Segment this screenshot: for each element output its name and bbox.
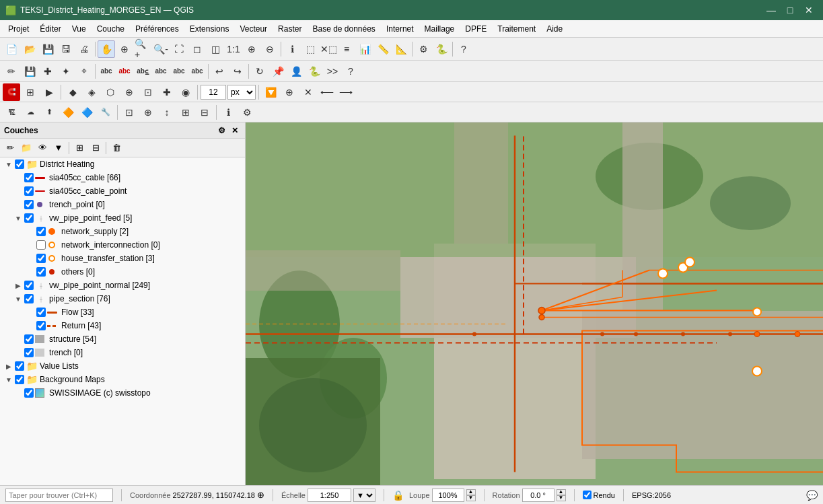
layer-flow[interactable]: ▶ Flow [33] xyxy=(0,305,245,319)
menu-raster[interactable]: Raster xyxy=(273,22,307,36)
new-project-button[interactable]: 📄 xyxy=(3,40,20,58)
pan-to-selection[interactable]: ⊕ xyxy=(116,40,133,58)
layer-trench[interactable]: ▶ trench [0] xyxy=(0,346,245,359)
plugin-settings[interactable]: ⚙ xyxy=(238,104,256,121)
extend-btn[interactable]: >> xyxy=(324,63,341,80)
filter-layers[interactable]: ▼ xyxy=(51,141,66,155)
epsg-value[interactable]: EPSG:2056 xyxy=(632,491,671,499)
check-house-transfer[interactable] xyxy=(36,254,46,263)
layers-panel-close[interactable]: ✕ xyxy=(229,124,241,137)
help-btn2[interactable]: ? xyxy=(342,63,359,80)
remove-layer[interactable]: 🗑 xyxy=(109,141,124,155)
snap-mode1[interactable]: ⊞ xyxy=(22,83,39,101)
plugin-btn9[interactable]: ↕ xyxy=(158,104,176,121)
redo-btn[interactable]: ↪ xyxy=(229,63,246,80)
check-trench-point[interactable] xyxy=(24,200,34,209)
check-sia405-cable-point[interactable] xyxy=(24,186,34,196)
layer-pipe-section[interactable]: ▼ ⟊ pipe_section [76] xyxy=(0,292,245,305)
check-vw-pipe-feed[interactable] xyxy=(24,213,34,223)
label-btn6[interactable]: abc xyxy=(188,63,206,80)
render-toggle[interactable]: Rendu xyxy=(583,491,615,499)
check-sia405-cable[interactable] xyxy=(24,173,34,182)
plugin-btn8[interactable]: ⊕ xyxy=(139,104,157,121)
menu-dpfe[interactable]: DPFE xyxy=(460,22,492,36)
lock-icon[interactable]: 🔒 xyxy=(392,490,404,501)
user-icon[interactable]: 👤 xyxy=(287,63,305,80)
render-checkbox[interactable] xyxy=(583,491,592,499)
menu-projet[interactable]: Projet xyxy=(3,22,34,36)
snap-advanced2[interactable]: ✕ xyxy=(299,83,317,101)
deselect-tool[interactable]: ✕⬚ xyxy=(320,40,337,58)
layer-network-supply[interactable]: ▶ network_supply [2] xyxy=(0,225,245,238)
add-feature[interactable]: ✚ xyxy=(39,63,57,80)
zoom-layer[interactable]: ◫ xyxy=(207,40,224,58)
messages-icon[interactable]: 💬 xyxy=(806,490,818,501)
menu-preferences[interactable]: Préférences xyxy=(130,22,184,36)
menu-editer[interactable]: Éditer xyxy=(34,22,66,36)
processing-toolbox[interactable]: ⚙ xyxy=(415,40,432,58)
rotation-spinner[interactable]: ▲ ▼ xyxy=(557,489,566,501)
layer-others[interactable]: ▶ others [0] xyxy=(0,265,245,279)
check-flow[interactable] xyxy=(36,308,46,317)
rotation-down[interactable]: ▼ xyxy=(557,495,566,501)
expand-vw-feed[interactable]: ▼ xyxy=(13,213,23,223)
zoom-selection[interactable]: ◻ xyxy=(188,40,206,58)
check-structure[interactable] xyxy=(24,334,34,344)
plugin-btn2[interactable]: ☁ xyxy=(22,104,39,121)
expand-all[interactable]: ⊞ xyxy=(72,141,87,155)
expand-pipe-section[interactable]: ▼ xyxy=(13,294,23,303)
layer-house-transfer[interactable]: ▶ house_transfer_station [3] xyxy=(0,252,245,265)
expand-district-heating[interactable]: ▼ xyxy=(4,159,13,169)
identify-tool[interactable]: ℹ xyxy=(283,40,301,58)
menu-internet[interactable]: Internet xyxy=(381,22,419,36)
menu-vue[interactable]: Vue xyxy=(67,22,92,36)
scale-input[interactable] xyxy=(308,489,351,502)
save-project-button[interactable]: 💾 xyxy=(39,40,57,58)
print-button[interactable]: 🖨 xyxy=(75,40,93,58)
check-network-interconnection[interactable] xyxy=(36,240,46,250)
plugin-btn1[interactable]: 🏗 xyxy=(3,104,20,121)
snap-intersection[interactable]: ✚ xyxy=(158,83,176,101)
snap-tolerance-input[interactable] xyxy=(201,85,226,100)
layer-trench-point[interactable]: ▶ trench_point [0] xyxy=(0,198,245,211)
save-edits[interactable]: 💾 xyxy=(21,63,38,80)
snap-filter[interactable]: 🔽 xyxy=(262,83,279,101)
snap-self[interactable]: ◉ xyxy=(177,83,194,101)
zoom-out-2[interactable]: ⊖ xyxy=(261,40,279,58)
zoom-full[interactable]: ⛶ xyxy=(170,40,188,58)
digitize-btn3[interactable]: ⌖ xyxy=(75,63,93,80)
check-pipe-section[interactable] xyxy=(24,294,34,303)
manage-visibility[interactable]: 👁 xyxy=(35,141,50,155)
pin-lbl[interactable]: 📌 xyxy=(269,63,287,80)
snap-unit-select[interactable]: px mm m xyxy=(227,85,256,100)
statistics-tool[interactable]: 📊 xyxy=(356,40,373,58)
snap-centroid[interactable]: ⊕ xyxy=(120,83,138,101)
check-swissimage[interactable] xyxy=(24,388,34,398)
zoom-out[interactable]: 🔍- xyxy=(152,40,170,58)
layer-sia405cc-cable-point[interactable]: ▶ sia405cc_cable_point xyxy=(0,184,245,198)
check-district-heating[interactable] xyxy=(15,159,24,169)
magnifier-spinner[interactable]: ▲ ▼ xyxy=(466,489,476,501)
menu-traitement[interactable]: Traitement xyxy=(492,22,541,36)
plugin-btn5[interactable]: 🔷 xyxy=(78,104,96,121)
check-trench[interactable] xyxy=(24,348,34,357)
menu-base-donnees[interactable]: Base de données xyxy=(307,22,380,36)
check-vw-pipe-normal[interactable] xyxy=(24,281,34,290)
measure-line[interactable]: 📏 xyxy=(374,40,392,58)
plugin-btn7[interactable]: ⊡ xyxy=(120,104,138,121)
expand-vw-normal[interactable]: ▶ xyxy=(13,281,23,290)
plugin-btn10[interactable]: ⊞ xyxy=(177,104,194,121)
select-tool[interactable]: ⬚ xyxy=(301,40,319,58)
pan-tool[interactable]: ✋ xyxy=(98,40,115,58)
layer-vw-pipe-feed[interactable]: ▼ ⟊ vw_pipe_point_feed [5] xyxy=(0,211,245,225)
python-console[interactable]: 🐍 xyxy=(433,40,450,58)
rotation-input[interactable] xyxy=(522,489,554,502)
zoom-in[interactable]: 🔍+ xyxy=(134,40,151,58)
expand-value-lists[interactable]: ▶ xyxy=(4,361,13,371)
label-btn3[interactable]: abc̲ xyxy=(134,63,151,80)
snap-area[interactable]: ⬡ xyxy=(102,83,119,101)
snap-advanced4[interactable]: ⟶ xyxy=(337,83,355,101)
check-others[interactable] xyxy=(36,267,46,277)
snap-advanced3[interactable]: ⟵ xyxy=(318,83,336,101)
measure-area[interactable]: 📐 xyxy=(392,40,410,58)
